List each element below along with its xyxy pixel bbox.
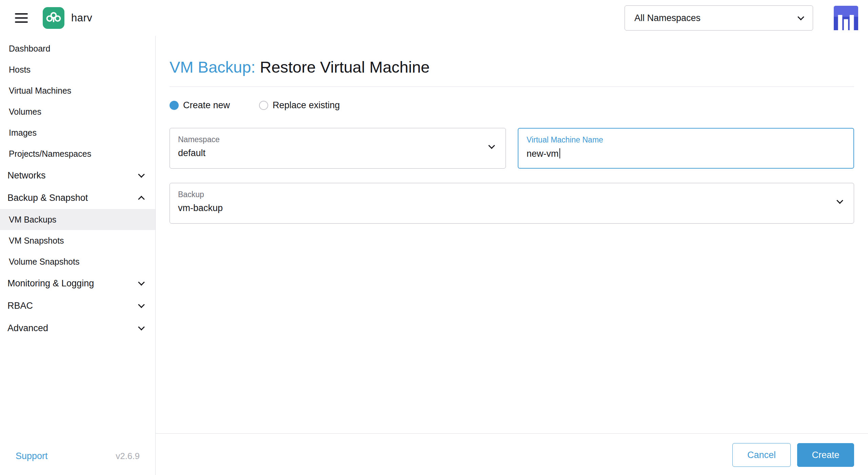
support-link[interactable]: Support	[16, 451, 48, 461]
namespace-select-value: default	[178, 148, 205, 158]
sidebar-group-monitoring-logging[interactable]: Monitoring & Logging	[0, 272, 155, 294]
sidebar-item-dashboard[interactable]: Dashboard	[0, 38, 155, 59]
create-button[interactable]: Create	[797, 443, 854, 467]
sidebar-group-label: Monitoring & Logging	[7, 278, 94, 289]
sidebar-item-virtual-machines[interactable]: Virtual Machines	[0, 80, 155, 101]
chevron-down-icon	[138, 279, 145, 286]
page-title-action: Restore Virtual Machine	[260, 58, 430, 76]
namespace-filter-dropdown[interactable]: All Namespaces	[625, 5, 813, 31]
hamburger-bar	[15, 17, 28, 19]
sidebar-item-images[interactable]: Images	[0, 122, 155, 143]
sidebar-group-backup-snapshot[interactable]: Backup & Snapshot	[0, 187, 155, 209]
radio-selected-icon[interactable]	[170, 101, 179, 110]
user-avatar[interactable]	[834, 6, 858, 30]
sidebar-item-label: VM Backups	[9, 215, 56, 225]
namespace-select[interactable]: Namespace default	[170, 128, 506, 169]
radio-create-new[interactable]: Create new	[170, 100, 230, 111]
chevron-down-icon	[138, 324, 145, 330]
sidebar-item-hosts[interactable]: Hosts	[0, 59, 155, 80]
main-content: VM Backup: Restore Virtual Machine Creat…	[156, 36, 868, 475]
sidebar-item-projects-namespaces[interactable]: Projects/Namespaces	[0, 143, 155, 164]
vm-name-input-label: Virtual Machine Name	[527, 135, 603, 145]
sidebar-item-label: Volumes	[9, 107, 41, 117]
radio-label: Replace existing	[273, 100, 340, 111]
top-header: harv All Namespaces	[0, 0, 868, 36]
restore-mode-radio-group: Create new Replace existing	[170, 100, 340, 111]
sidebar-group-rbac[interactable]: RBAC	[0, 294, 155, 317]
hamburger-menu-icon[interactable]	[15, 11, 28, 25]
page-title-resource-link[interactable]: VM Backup:	[170, 58, 255, 76]
backup-select[interactable]: Backup vm-backup	[170, 183, 854, 224]
action-bar-divider	[156, 433, 868, 434]
namespace-select-label: Namespace	[178, 135, 220, 144]
sidebar-item-label: Hosts	[9, 65, 31, 75]
chevron-up-icon	[138, 196, 145, 203]
sidebar-item-label: Volume Snapshots	[9, 257, 79, 267]
cancel-button[interactable]: Cancel	[732, 443, 791, 467]
chevron-down-icon	[138, 171, 145, 178]
vm-name-input-value: new-vm	[527, 148, 560, 159]
sidebar-footer: Support v2.6.9	[0, 437, 155, 475]
chevron-down-icon	[797, 14, 804, 20]
hamburger-bar	[15, 21, 28, 23]
sidebar-item-label: VM Snapshots	[9, 236, 64, 246]
sidebar-group-networks[interactable]: Networks	[0, 164, 155, 187]
sidebar-item-volume-snapshots[interactable]: Volume Snapshots	[0, 251, 155, 272]
backup-select-label: Backup	[178, 190, 204, 199]
hamburger-bar	[15, 13, 28, 15]
harvester-logo-icon[interactable]	[43, 7, 64, 29]
sidebar-nav: Dashboard Hosts Virtual Machines Volumes…	[0, 36, 156, 475]
sidebar-group-advanced[interactable]: Advanced	[0, 317, 155, 339]
sidebar-item-label: Virtual Machines	[9, 86, 71, 96]
radio-unselected-icon[interactable]	[259, 101, 268, 110]
page-title: VM Backup: Restore Virtual Machine	[170, 58, 430, 76]
vm-name-input[interactable]: Virtual Machine Name new-vm	[518, 128, 854, 169]
sidebar-group-label: RBAC	[7, 301, 33, 311]
version-text: v2.6.9	[116, 451, 140, 461]
sidebar-item-label: Images	[9, 128, 37, 138]
sidebar-group-label: Advanced	[7, 323, 48, 334]
product-name: harv	[71, 12, 92, 24]
vm-name-text: new-vm	[527, 149, 559, 159]
namespace-filter-value: All Namespaces	[634, 13, 701, 23]
chevron-down-icon	[488, 142, 495, 149]
sidebar-group-label: Networks	[7, 170, 46, 181]
backup-select-value: vm-backup	[178, 203, 223, 213]
text-caret	[559, 148, 560, 158]
sidebar-item-vm-backups[interactable]: VM Backups	[0, 209, 155, 230]
sidebar-item-label: Projects/Namespaces	[9, 149, 91, 159]
chevron-down-icon	[836, 197, 843, 204]
sidebar-item-vm-snapshots[interactable]: VM Snapshots	[0, 230, 155, 251]
title-divider	[170, 87, 854, 87]
sidebar-item-label: Dashboard	[9, 44, 50, 54]
sidebar-item-volumes[interactable]: Volumes	[0, 101, 155, 122]
radio-label: Create new	[183, 100, 230, 111]
radio-replace-existing[interactable]: Replace existing	[259, 100, 340, 111]
sidebar-group-label: Backup & Snapshot	[7, 193, 88, 203]
chevron-down-icon	[138, 301, 145, 308]
